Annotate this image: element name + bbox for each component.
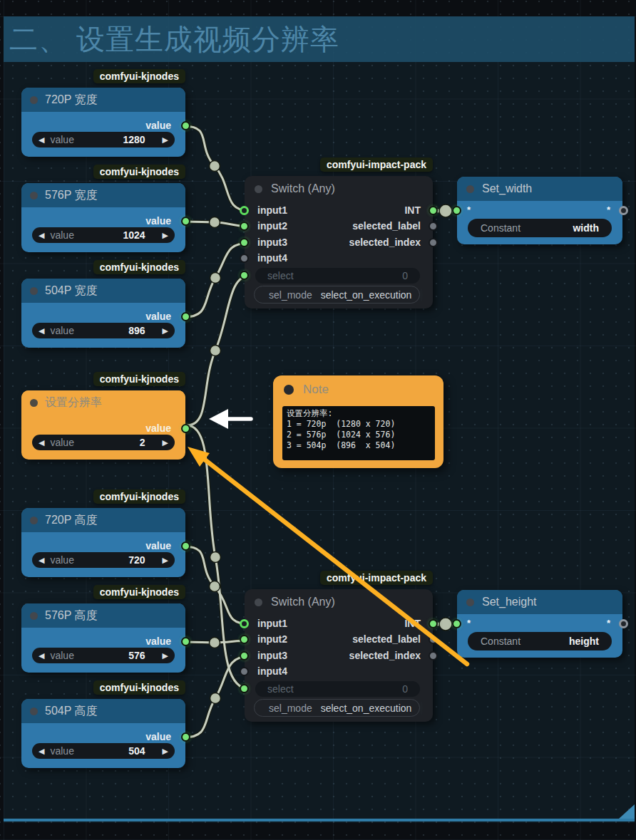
collapse-dot[interactable]: [255, 185, 262, 193]
increment-arrow-icon[interactable]: ▶: [163, 651, 168, 660]
collapse-dot[interactable]: [30, 517, 38, 524]
input-slot-dot[interactable]: [452, 619, 461, 628]
sel-mode-widget[interactable]: sel_mode select_on_execution: [254, 286, 420, 304]
node-set-resolution[interactable]: comfyui-kjnodes 设置分辨率 value ◀ value 2 ▶: [21, 390, 185, 460]
output-slot-dot[interactable]: [181, 637, 190, 646]
decrement-arrow-icon[interactable]: ◀: [39, 135, 44, 145]
increment-arrow-icon[interactable]: ▶: [163, 231, 168, 240]
collapse-dot[interactable]: [30, 192, 38, 199]
node-504p-width[interactable]: comfyui-kjnodes 504P 宽度 value ◀ value 89…: [21, 279, 185, 348]
group-title-bar[interactable]: 二、 设置生成视频分辨率: [4, 16, 635, 62]
collapse-dot[interactable]: [255, 598, 262, 606]
decrement-arrow-icon[interactable]: ◀: [39, 747, 44, 756]
value-widget[interactable]: ◀ value 576 ▶: [32, 648, 175, 663]
collapse-dot[interactable]: [466, 598, 474, 606]
input-slot-dot[interactable]: [452, 206, 461, 215]
input2-label: input2: [257, 633, 287, 645]
group-resize-handle[interactable]: [619, 804, 635, 819]
collapse-dot[interactable]: [30, 96, 38, 104]
increment-arrow-icon[interactable]: ▶: [163, 135, 168, 145]
decrement-arrow-icon[interactable]: ◀: [39, 231, 44, 240]
node-header[interactable]: 504P 高度: [21, 699, 185, 723]
output-slot-dot[interactable]: [181, 541, 190, 551]
node-header[interactable]: 720P 高度: [21, 508, 185, 532]
switch-any-node-width[interactable]: comfyui-impact-pack Switch (Any) input1 …: [245, 176, 433, 308]
node-720p-width[interactable]: comfyui-kjnodes 720P 宽度 value ◀ value 12…: [21, 88, 185, 157]
output-slot-dot[interactable]: [181, 732, 190, 742]
select-input-dot[interactable]: [240, 684, 249, 693]
selected-index-output-dot[interactable]: [429, 651, 438, 660]
node-header[interactable]: 设置分辨率: [21, 390, 185, 415]
increment-arrow-icon[interactable]: ▶: [163, 326, 168, 336]
collapse-dot[interactable]: [466, 185, 474, 193]
input3-slot-dot[interactable]: [240, 651, 249, 660]
sel-mode-widget[interactable]: sel_mode select_on_execution: [254, 699, 420, 717]
value-widget[interactable]: ◀ value 2 ▶: [32, 435, 175, 450]
note-node[interactable]: Note 设置分辨率: 1 = 720p (1280 x 720) 2 = 57…: [273, 375, 443, 468]
decrement-arrow-icon[interactable]: ◀: [39, 651, 44, 660]
select-widget[interactable]: select 0: [255, 268, 420, 284]
output-slot-dot[interactable]: [181, 217, 190, 226]
decrement-arrow-icon[interactable]: ◀: [39, 326, 44, 336]
sel-mode-toggle-icon[interactable]: [420, 288, 423, 302]
value-widget[interactable]: ◀ value 720 ▶: [32, 552, 175, 568]
node-576p-height[interactable]: comfyui-kjnodes 576P 高度 value ◀ value 57…: [21, 603, 185, 673]
node-header[interactable]: 720P 宽度: [21, 88, 185, 112]
node-header[interactable]: 504P 宽度: [21, 279, 185, 303]
output-slot-dot[interactable]: [181, 424, 190, 433]
increment-arrow-icon[interactable]: ▶: [163, 556, 168, 565]
constant-widget[interactable]: Constant height: [468, 632, 612, 650]
node-header[interactable]: 576P 宽度: [21, 183, 185, 207]
select-widget[interactable]: select 0: [255, 681, 420, 697]
node-header[interactable]: Note: [273, 375, 443, 397]
node-header[interactable]: Switch (Any): [245, 176, 433, 195]
selected-index-output-dot[interactable]: [429, 238, 438, 247]
increment-arrow-icon[interactable]: ▶: [163, 438, 168, 447]
int-output-dot[interactable]: [429, 619, 438, 628]
node-576p-width[interactable]: comfyui-kjnodes 576P 宽度 value ◀ value 10…: [21, 183, 185, 252]
selected-label-output-dot[interactable]: [429, 222, 438, 231]
collapse-dot[interactable]: [30, 612, 38, 620]
input4-slot-dot[interactable]: [240, 254, 249, 263]
node-header[interactable]: 576P 高度: [21, 603, 185, 628]
collapse-dot[interactable]: [30, 287, 38, 295]
set-width-node[interactable]: Set_width * * Constant width: [457, 177, 622, 244]
node-720p-height[interactable]: comfyui-kjnodes 720P 高度 value ◀ value 72…: [21, 508, 185, 577]
set-height-node[interactable]: Set_height * * Constant height: [457, 590, 622, 658]
sel-mode-value: select_on_execution: [321, 702, 412, 714]
decrement-arrow-icon[interactable]: ◀: [39, 556, 44, 565]
input1-slot-dot[interactable]: [240, 206, 249, 215]
output-slot-label: value: [145, 311, 171, 322]
input4-slot-dot[interactable]: [240, 667, 249, 676]
sel-mode-toggle-icon[interactable]: [420, 701, 423, 715]
value-widget[interactable]: ◀ value 504 ▶: [32, 743, 175, 759]
node-title: 576P 宽度: [45, 188, 98, 203]
collapse-dot[interactable]: [284, 385, 294, 395]
input2-slot-dot[interactable]: [240, 222, 249, 231]
node-header[interactable]: Set_height: [457, 590, 622, 614]
switch-any-node-height[interactable]: comfyui-impact-pack Switch (Any) input1 …: [245, 589, 433, 722]
node-header[interactable]: Set_width: [457, 177, 622, 201]
node-504p-height[interactable]: comfyui-kjnodes 504P 高度 value ◀ value 50…: [21, 699, 185, 768]
selected-label-output-dot[interactable]: [429, 635, 438, 644]
node-header[interactable]: Switch (Any): [245, 589, 433, 608]
value-widget[interactable]: ◀ value 1024 ▶: [32, 227, 175, 243]
collapse-dot[interactable]: [30, 707, 38, 715]
output-slot-dot[interactable]: [181, 121, 190, 130]
select-input-dot[interactable]: [240, 271, 249, 280]
node-graph-canvas[interactable]: 二、 设置生成视频分辨率: [0, 0, 636, 840]
input1-slot-dot[interactable]: [240, 619, 249, 628]
output-slot-dot[interactable]: [619, 619, 628, 628]
output-slot-dot[interactable]: [619, 206, 628, 215]
input3-slot-dot[interactable]: [240, 238, 249, 247]
note-content[interactable]: 设置分辨率: 1 = 720p (1280 x 720) 2 = 576p (1…: [282, 406, 435, 460]
collapse-dot[interactable]: [30, 399, 38, 407]
input2-slot-dot[interactable]: [240, 635, 249, 644]
constant-widget[interactable]: Constant width: [468, 219, 612, 237]
output-slot-dot[interactable]: [181, 312, 190, 321]
value-widget[interactable]: ◀ value 896 ▶: [32, 323, 175, 338]
int-output-dot[interactable]: [429, 206, 438, 215]
value-widget[interactable]: ◀ value 1280 ▶: [32, 132, 175, 147]
increment-arrow-icon[interactable]: ▶: [163, 747, 168, 756]
decrement-arrow-icon[interactable]: ◀: [39, 438, 44, 447]
